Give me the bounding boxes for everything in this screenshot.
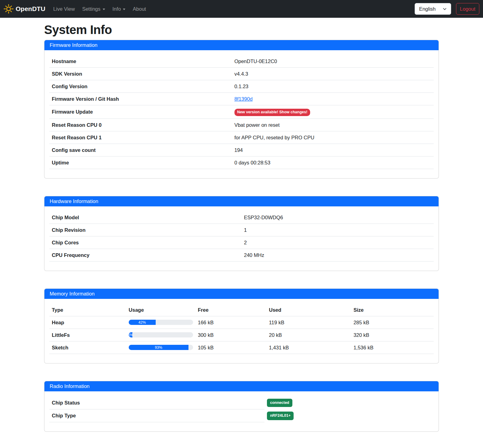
table-row: Config Version 0.1.23 — [49, 80, 434, 93]
table-row: Chip Cores 2 — [49, 236, 434, 249]
navbar: OpenDTU Live View Settings Info About En… — [0, 0, 483, 18]
card-body: Hostname OpenDTU-0E12C0 SDK Version v4.4… — [44, 50, 439, 178]
memory-information-card: Memory Information Type Usage Free Used … — [44, 288, 439, 363]
progress-fill: 6% — [129, 332, 133, 337]
language-select-value: English — [419, 6, 435, 12]
row-value-uptime: 0 days 00:28:53 — [232, 156, 434, 169]
row-label: SDK Version — [49, 68, 232, 80]
free-cell: 105 kB — [196, 341, 267, 354]
row-label: Chip Model — [49, 211, 242, 224]
table-row-heap: Heap 42% 166 kB 119 kB 285 kB — [49, 316, 434, 329]
column-header-usage: Usage — [126, 304, 196, 316]
chevron-down-icon — [443, 7, 447, 11]
row-value-chip-type: nRF24L01+ — [264, 409, 434, 422]
nav-item-info[interactable]: Info — [110, 4, 128, 14]
row-label: Reset Reason CPU 1 — [49, 131, 232, 144]
table-row: Reset Reason CPU 1 for APP CPU, reseted … — [49, 131, 434, 144]
nav-item-label: About — [133, 6, 146, 12]
row-label: Chip Cores — [49, 236, 242, 249]
size-cell: 285 kB — [351, 316, 434, 329]
card-body: Type Usage Free Used Size Heap 42% — [44, 299, 439, 363]
row-label: Sketch — [49, 341, 126, 354]
table-row: CPU Frequency 240 MHz — [49, 249, 434, 261]
table-row: Chip Status connected — [49, 396, 434, 409]
row-label: Config Version — [49, 80, 232, 93]
nav-item-about[interactable]: About — [130, 4, 148, 14]
row-value-chip-status: connected — [264, 396, 434, 409]
row-label: Heap — [49, 316, 126, 329]
progress-fill: 42% — [129, 320, 156, 325]
heap-usage-progressbar: 42% — [129, 320, 193, 325]
row-value-config-version: 0.1.23 — [232, 80, 434, 93]
memory-table: Type Usage Free Used Size Heap 42% — [49, 304, 434, 354]
table-row: Chip Model ESP32-D0WDQ6 — [49, 211, 434, 224]
row-label: Chip Status — [49, 396, 264, 409]
column-header-used: Used — [267, 304, 351, 316]
size-cell: 1,536 kB — [351, 341, 434, 354]
firmware-table: Hostname OpenDTU-0E12C0 SDK Version v4.4… — [49, 55, 434, 169]
firmware-information-card: Firmware Information Hostname OpenDTU-0E… — [44, 40, 439, 179]
row-value-firmware-update: New version available! Show changes! — [232, 105, 434, 119]
row-label: LittleFs — [49, 329, 126, 341]
row-label: Hostname — [49, 55, 232, 68]
row-value-config-save-count: 194 — [232, 144, 434, 156]
sketch-usage-progressbar: 93% — [129, 345, 193, 350]
row-value-chip-cores: 2 — [242, 236, 434, 249]
logout-button[interactable]: Logout — [456, 3, 479, 15]
radio-information-card: Radio Information Chip Status connected … — [44, 381, 439, 432]
card-header-radio: Radio Information — [44, 381, 439, 391]
row-label: Uptime — [49, 156, 232, 169]
navbar-right: English Logout — [415, 3, 479, 15]
card-header-firmware: Firmware Information — [44, 40, 439, 50]
column-header-type: Type — [49, 304, 126, 316]
chevron-down-icon — [123, 9, 125, 10]
table-row-sketch: Sketch 93% 105 kB 1,431 kB 1,536 kB — [49, 341, 434, 354]
nav-item-settings[interactable]: Settings — [80, 4, 108, 14]
table-row: Firmware Update New version available! S… — [49, 105, 434, 119]
chevron-down-icon — [103, 9, 105, 10]
row-label: CPU Frequency — [49, 249, 242, 261]
card-header-memory: Memory Information — [44, 289, 439, 299]
nav-item-live-view[interactable]: Live View — [51, 4, 77, 14]
column-header-free: Free — [196, 304, 267, 316]
nav-item-label: Live View — [53, 6, 75, 12]
table-row-littlefs: LittleFs 6% 300 kB 20 kB 320 kB — [49, 329, 434, 341]
radio-table: Chip Status connected Chip Type nRF24L01… — [49, 396, 434, 423]
row-value-chip-model: ESP32-D0WDQ6 — [242, 211, 434, 224]
table-header-row: Type Usage Free Used Size — [49, 304, 434, 316]
nav-item-label: Settings — [82, 6, 101, 12]
column-header-size: Size — [351, 304, 434, 316]
nav-item-label: Info — [112, 6, 121, 12]
brand-openDTU[interactable]: OpenDTU — [4, 4, 45, 14]
progress-fill: 93% — [129, 345, 188, 350]
used-cell: 20 kB — [267, 329, 351, 341]
new-version-badge[interactable]: New version available! Show changes! — [234, 109, 310, 116]
usage-cell: 6% — [126, 329, 196, 341]
nav-menu: Live View Settings Info About — [50, 4, 150, 14]
row-value-reset-reason-cpu1: for APP CPU, reseted by PRO CPU — [232, 131, 434, 144]
main-content: System Info Firmware Information Hostnam… — [44, 23, 439, 432]
page-title: System Info — [44, 23, 439, 37]
card-body: Chip Model ESP32-D0WDQ6 Chip Revision 1 … — [44, 206, 439, 271]
language-select[interactable]: English — [415, 3, 451, 15]
usage-cell: 93% — [126, 341, 196, 354]
table-row: Chip Revision 1 — [49, 224, 434, 236]
sun-icon — [4, 4, 13, 14]
table-row: Firmware Version / Git Hash 8f1390d — [49, 93, 434, 105]
table-row: Chip Type nRF24L01+ — [49, 409, 434, 422]
git-hash-link[interactable]: 8f1390d — [234, 96, 253, 102]
free-cell: 300 kB — [196, 329, 267, 341]
hardware-table: Chip Model ESP32-D0WDQ6 Chip Revision 1 … — [49, 211, 434, 262]
card-header-hardware: Hardware Information — [44, 196, 439, 206]
row-value-cpu-frequency: 240 MHz — [242, 249, 434, 261]
row-label: Config save count — [49, 144, 232, 156]
row-label: Firmware Version / Git Hash — [49, 93, 232, 105]
used-cell: 1,431 kB — [267, 341, 351, 354]
row-label: Reset Reason CPU 0 — [49, 119, 232, 131]
card-body: Chip Status connected Chip Type nRF24L01… — [44, 391, 439, 432]
chip-type-badge: nRF24L01+ — [267, 412, 294, 420]
row-label: Chip Revision — [49, 224, 242, 236]
row-value-hostname: OpenDTU-0E12C0 — [232, 55, 434, 68]
size-cell: 320 kB — [351, 329, 434, 341]
table-row: Config save count 194 — [49, 144, 434, 156]
